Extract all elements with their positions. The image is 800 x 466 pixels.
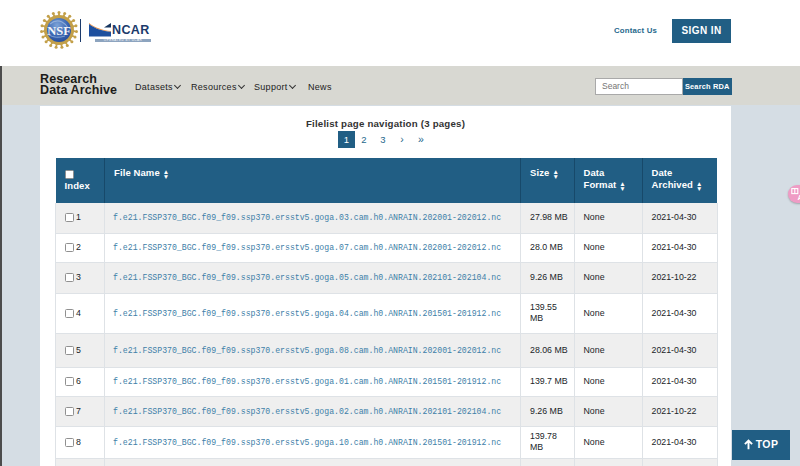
svg-text:NSF: NSF [47,24,71,38]
